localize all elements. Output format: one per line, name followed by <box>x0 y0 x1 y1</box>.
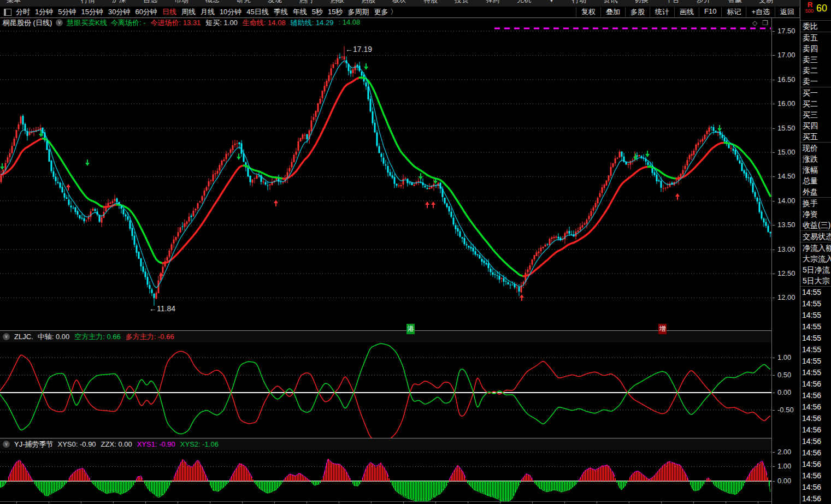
main-candlestick-chart[interactable]: ←17.19←11.84 <box>0 27 771 330</box>
action-画线[interactable]: 画线 <box>674 7 699 17</box>
quote-field-现价[interactable]: 现价 <box>800 143 831 153</box>
quote-field-卖四[interactable]: 卖四 <box>800 43 831 54</box>
menu-item[interactable]: 沪深 <box>112 0 126 5</box>
menu-item[interactable]: 板块 <box>392 0 406 5</box>
diamond-icon[interactable]: ◇ <box>752 19 757 27</box>
quote-field-涨跌[interactable]: 涨跌 <box>800 153 831 164</box>
time-axis-tick <box>758 502 758 503</box>
quote-field-外盘[interactable]: 外盘 <box>800 186 831 197</box>
action-+自选[interactable]: +自选 <box>746 7 775 17</box>
quote-group: 现价涨跌涨幅总量外盘 <box>800 143 831 198</box>
chart-titlebar: 桐昆股份 (日线) ∨ 慧眼买卖K线 今离场价: -今进场价: 13.31短买:… <box>0 18 800 27</box>
action-多股[interactable]: 多股 <box>625 7 650 17</box>
axis-tick-label: 0.00 <box>772 477 800 485</box>
zljc-indicator-chart[interactable] <box>0 343 771 438</box>
quote-field-净流入额[interactable]: 净流入额 <box>800 242 831 253</box>
menu-item[interactable]: 发现 <box>268 0 282 5</box>
action-复权[interactable]: 复权 <box>576 7 600 17</box>
quote-field-大宗流入[interactable]: 大宗流入 <box>800 253 831 264</box>
action-叠加[interactable]: 叠加 <box>600 7 625 17</box>
period-45日线[interactable]: 45日线 <box>246 7 268 17</box>
quote-field-买二[interactable]: 买二 <box>800 98 831 109</box>
menu-item[interactable]: 资讯 <box>603 0 617 5</box>
menu-item[interactable]: 智赢 <box>728 0 742 5</box>
panel-layout-icon[interactable]: ❒ <box>762 19 768 27</box>
menu-item[interactable]: ▼ <box>548 0 555 4</box>
quote-field-5日大宗[interactable]: 5日大宗 <box>800 275 831 286</box>
quote-field-交易状态[interactable]: 交易状态 <box>800 231 831 242</box>
quote-field-总量[interactable]: 总量 <box>800 175 831 186</box>
period-5秒[interactable]: 5秒 <box>312 7 323 17</box>
time-axis-strip <box>0 501 800 504</box>
quote-field-净资[interactable]: 净资 <box>800 209 831 220</box>
menu-item[interactable]: 特股 <box>423 0 438 5</box>
menu-item[interactable]: 热股 <box>361 0 375 5</box>
menu-item[interactable]: 自选 <box>143 0 157 5</box>
period-15分钟[interactable]: 15分钟 <box>81 7 103 17</box>
period-60分钟[interactable]: 60分钟 <box>135 7 157 17</box>
axis-tick-label: 0.50 <box>772 371 800 380</box>
quote-field-卖一[interactable]: 卖一 <box>800 76 831 87</box>
tick-time: 14:56 <box>800 459 831 470</box>
time-axis-tick <box>435 502 436 503</box>
menu-item[interactable]: 交易 <box>759 0 773 5</box>
period-年线[interactable]: 年线 <box>293 7 307 17</box>
action-标记[interactable]: 标记 <box>721 7 746 17</box>
period-月线[interactable]: 月线 <box>201 7 215 17</box>
time-axis-tick <box>178 502 178 503</box>
action-F10[interactable]: F10 <box>699 7 721 17</box>
collapse-chevron-icon[interactable]: ∨ <box>3 441 10 448</box>
menu-item[interactable]: 行情 <box>81 0 95 5</box>
period-5分钟[interactable]: 5分钟 <box>58 7 76 17</box>
collapse-chevron-icon[interactable]: ∨ <box>56 19 63 26</box>
menu-item[interactable]: 概念 <box>205 0 220 5</box>
menu-item[interactable]: 行动 <box>572 0 586 5</box>
quote-field-换手[interactable]: 换手 <box>800 198 831 209</box>
menu-item[interactable]: 步升 <box>697 0 711 5</box>
menu-item[interactable]: 投资 <box>455 0 469 5</box>
quote-field-5日净流[interactable]: 5日净流 <box>800 264 831 275</box>
period-更多 〉[interactable]: 更多 〉 <box>374 7 398 17</box>
time-axis-tick <box>307 502 307 503</box>
period-周线[interactable]: 周线 <box>181 7 196 17</box>
period-分时[interactable]: 分时 <box>16 7 30 17</box>
period-多周期[interactable]: 多周期 <box>348 7 369 17</box>
quote-field-买四[interactable]: 买四 <box>800 120 831 131</box>
menu-item[interactable]: 菜单 <box>7 0 21 5</box>
period-日线[interactable]: 日线 <box>162 7 176 17</box>
menu-item[interactable]: 热门 <box>299 0 313 5</box>
menu-item[interactable]: 平台 <box>665 0 680 5</box>
quote-field-买一[interactable]: 买一 <box>800 87 831 98</box>
quote-field-收益(三)[interactable]: 收益(三) <box>800 220 831 230</box>
quote-field-卖五[interactable]: 卖五 <box>800 32 831 43</box>
collapse-chevron-icon[interactable]: ∨ <box>3 333 10 340</box>
period-30分钟[interactable]: 30分钟 <box>108 7 130 17</box>
time-axis-tick <box>726 502 726 503</box>
action-统计[interactable]: 统计 <box>650 7 674 17</box>
quote-field-买五[interactable]: 买五 <box>800 131 831 142</box>
menu-item[interactable]: 切换 <box>634 0 649 5</box>
period-10分钟[interactable]: 10分钟 <box>220 7 241 17</box>
quote-field-涨幅[interactable]: 涨幅 <box>800 164 831 175</box>
indicator-name: 慧眼买卖K线 <box>67 18 107 28</box>
quote-field-委比[interactable]: 委比 <box>800 21 831 32</box>
period-季线[interactable]: 季线 <box>274 7 288 17</box>
period-15秒[interactable]: 15秒 <box>328 7 343 17</box>
quote-field-卖三[interactable]: 卖三 <box>800 54 831 65</box>
zljc-name: ZLJC. <box>14 333 33 341</box>
period-1分钟[interactable]: 1分钟 <box>35 7 53 17</box>
menu-item[interactable]: 市场 <box>174 0 188 5</box>
quote-field-买三[interactable]: 买三 <box>800 109 831 120</box>
action-返回[interactable]: 返回 <box>775 7 800 17</box>
menu-item[interactable]: 弹药 <box>486 0 500 5</box>
sidebar-corner: R 500 60 <box>800 0 831 21</box>
yj-indicator-chart[interactable] <box>0 450 771 501</box>
top-menubar-items: 菜单行情沪深自选市场概念研究发现热门热板热股板块特股投资弹药先机▼行动资讯切换平… <box>0 0 831 5</box>
quote-field-卖二[interactable]: 卖二 <box>800 65 831 76</box>
tick-time: 14:56 <box>800 390 831 401</box>
menu-item[interactable]: 研究 <box>237 0 251 5</box>
axis-tick-label: 1.00 <box>772 462 800 471</box>
menu-item[interactable]: 先机 <box>517 0 531 5</box>
menu-item[interactable]: 热板 <box>330 0 344 5</box>
window-split-icon[interactable] <box>4 9 11 16</box>
